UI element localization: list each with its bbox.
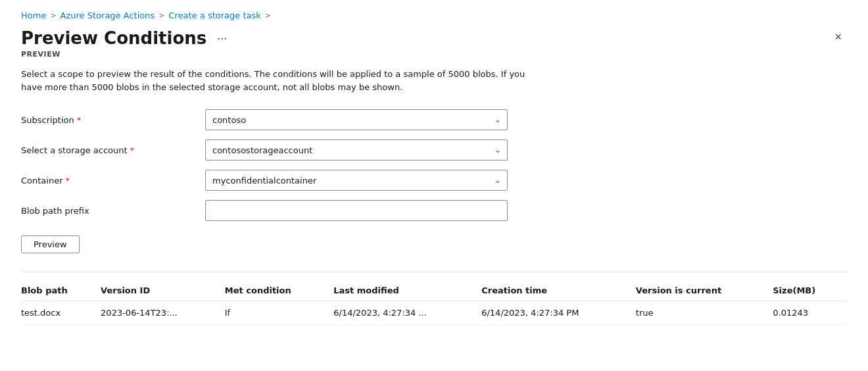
description-text: Select a scope to preview the result of … [21, 68, 534, 93]
results-table: Blob path Version ID Met condition Last … [21, 280, 847, 325]
page-title-row: Preview Conditions ··· [21, 28, 231, 49]
subscription-row: Subscription* contoso ⌄ [21, 109, 613, 130]
form-section: Subscription* contoso ⌄ Select a storage… [21, 109, 613, 221]
col-last-modified: Last modified [333, 280, 481, 301]
table-body: test.docx 2023-06-14T23:... If 6/14/2023… [21, 301, 847, 325]
preview-badge: PREVIEW [21, 50, 231, 59]
table-row: test.docx 2023-06-14T23:... If 6/14/2023… [21, 301, 847, 325]
subscription-select-wrapper: contoso ⌄ [205, 109, 508, 130]
cell-version-is-current: true [636, 301, 773, 325]
col-blob-path: Blob path [21, 280, 101, 301]
col-size-mb: Size(MB) [773, 280, 847, 301]
storage-account-select[interactable]: contosostorageaccount [205, 139, 508, 161]
breadcrumb: Home > Azure Storage Actions > Create a … [21, 11, 847, 20]
table-header-row: Blob path Version ID Met condition Last … [21, 280, 847, 301]
cell-met-condition: If [225, 301, 334, 325]
breadcrumb-sep-1: > [50, 11, 56, 20]
blob-path-prefix-label: Blob path prefix [21, 206, 205, 216]
blob-path-prefix-control [205, 200, 508, 221]
col-creation-time: Creation time [481, 280, 636, 301]
blob-path-prefix-row: Blob path prefix [21, 200, 613, 221]
table-header: Blob path Version ID Met condition Last … [21, 280, 847, 301]
storage-account-control: contosostorageaccount ⌄ [205, 139, 508, 161]
container-row: Container* myconfidentialcontainer ⌄ [21, 170, 613, 191]
breadcrumb-home[interactable]: Home [21, 11, 46, 20]
breadcrumb-sep-2: > [158, 11, 164, 20]
storage-account-row: Select a storage account* contosostorage… [21, 139, 613, 161]
breadcrumb-create-storage-task[interactable]: Create a storage task [168, 11, 260, 20]
table-section: Blob path Version ID Met condition Last … [21, 280, 847, 325]
page-title: Preview Conditions [21, 28, 206, 49]
page-header: Preview Conditions ··· PREVIEW × [21, 28, 847, 59]
cell-blob-path: test.docx [21, 301, 101, 325]
blob-path-prefix-input[interactable] [205, 200, 508, 221]
storage-account-select-wrapper: contosostorageaccount ⌄ [205, 139, 508, 161]
container-label: Container* [21, 176, 205, 186]
col-version-id: Version ID [101, 280, 225, 301]
page-title-area: Preview Conditions ··· PREVIEW [21, 28, 231, 59]
storage-account-label: Select a storage account* [21, 145, 205, 155]
table-divider [21, 272, 847, 272]
storage-account-required: * [130, 145, 135, 155]
breadcrumb-sep-3: > [265, 11, 271, 20]
preview-button[interactable]: Preview [21, 235, 80, 253]
breadcrumb-azure-storage-actions[interactable]: Azure Storage Actions [60, 11, 155, 20]
cell-last-modified: 6/14/2023, 4:27:34 ... [333, 301, 481, 325]
close-button[interactable]: × [829, 28, 847, 45]
col-version-is-current: Version is current [636, 280, 773, 301]
container-required: * [66, 176, 70, 186]
subscription-label: Subscription* [21, 115, 205, 125]
cell-version-id: 2023-06-14T23:... [101, 301, 225, 325]
container-control: myconfidentialcontainer ⌄ [205, 170, 508, 191]
subscription-required: * [77, 115, 82, 125]
ellipsis-button[interactable]: ··· [213, 30, 231, 47]
container-select[interactable]: myconfidentialcontainer [205, 170, 508, 191]
col-met-condition: Met condition [225, 280, 334, 301]
container-select-wrapper: myconfidentialcontainer ⌄ [205, 170, 508, 191]
subscription-select[interactable]: contoso [205, 109, 508, 130]
subscription-control: contoso ⌄ [205, 109, 508, 130]
cell-creation-time: 6/14/2023, 4:27:34 PM [481, 301, 636, 325]
cell-size-mb: 0.01243 [773, 301, 847, 325]
